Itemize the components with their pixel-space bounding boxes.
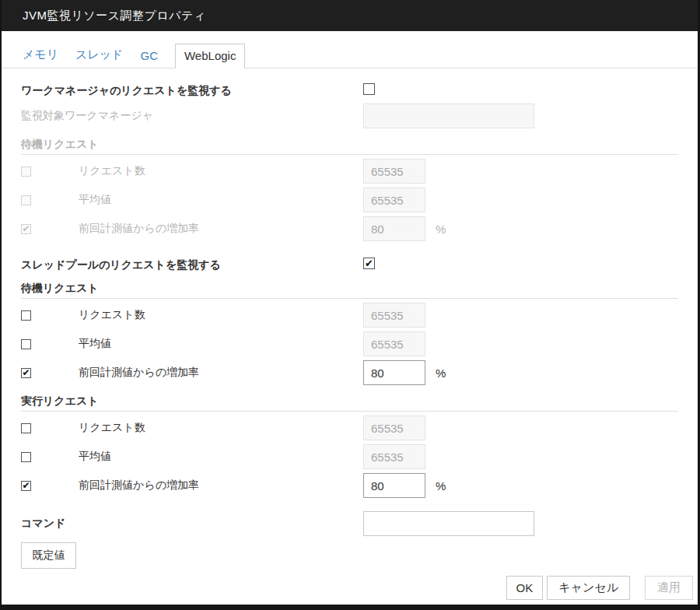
wm-wait-average-label: 平均値 bbox=[79, 193, 111, 207]
tp-exec-average-checkbox[interactable] bbox=[21, 452, 31, 462]
tp-wait-increase-rate-input[interactable] bbox=[363, 360, 425, 385]
work-manager-monitor-label: ワークマネージャのリクエストを監視する bbox=[21, 84, 363, 98]
tp-wait-average-checkbox[interactable] bbox=[21, 339, 31, 349]
tab-thread[interactable]: スレッド bbox=[75, 43, 123, 68]
tp-wait-request-count-checkbox[interactable] bbox=[21, 310, 31, 321]
tp-exec-increase-rate-label: 前回計測値からの増加率 bbox=[79, 479, 199, 493]
tab-gc[interactable]: GC bbox=[140, 44, 158, 68]
work-manager-monitor-checkbox[interactable] bbox=[363, 83, 375, 95]
tp-exec-average-input bbox=[363, 444, 425, 469]
command-label: コマンド bbox=[21, 517, 363, 531]
tp-wait-requests-header: 待機リクエスト bbox=[21, 282, 678, 299]
tp-exec-average-label: 平均値 bbox=[79, 450, 111, 464]
apply-button: 適用 bbox=[645, 576, 693, 600]
tp-exec-requests-header: 実行リクエスト bbox=[21, 394, 678, 412]
tp-wait-increase-rate-label: 前回計測値からの増加率 bbox=[79, 366, 199, 380]
tp-wait-average-label: 平均値 bbox=[79, 337, 111, 351]
default-values-button[interactable]: 既定値 bbox=[21, 542, 76, 569]
tp-wait-request-count-input bbox=[363, 303, 425, 328]
tp-exec-request-count-label: リクエスト数 bbox=[79, 421, 145, 435]
wm-wait-increase-rate-unit: % bbox=[436, 223, 446, 236]
wm-wait-increase-rate-checkbox bbox=[21, 224, 31, 234]
wm-wait-request-count-input bbox=[363, 159, 425, 184]
tp-exec-request-count-checkbox[interactable] bbox=[21, 423, 31, 433]
ok-button[interactable]: OK bbox=[506, 576, 544, 600]
tp-exec-request-count-input bbox=[363, 415, 425, 440]
tab-weblogic[interactable]: WebLogic bbox=[175, 44, 245, 68]
wm-wait-requests-header: 待機リクエスト bbox=[21, 138, 678, 155]
tab-memory[interactable]: メモリ bbox=[23, 43, 58, 68]
tab-bar: メモリ スレッド GC WebLogic bbox=[2, 43, 698, 68]
wm-wait-request-count-label: リクエスト数 bbox=[79, 164, 145, 178]
thread-pool-monitor-label: スレッドプールのリクエストを監視する bbox=[21, 258, 363, 272]
wm-wait-average-input bbox=[363, 188, 425, 212]
tp-wait-request-count-label: リクエスト数 bbox=[79, 308, 145, 322]
tp-exec-increase-rate-checkbox[interactable] bbox=[21, 481, 31, 491]
tp-exec-increase-rate-input[interactable] bbox=[363, 473, 425, 498]
target-work-manager-label: 監視対象ワークマネージャ bbox=[21, 109, 363, 123]
cancel-button[interactable]: キャンセル bbox=[547, 576, 630, 600]
tab-panel-weblogic: ワークマネージャのリクエストを監視する 監視対象ワークマネージャ 待機リクエスト… bbox=[2, 68, 698, 576]
wm-wait-increase-rate-input bbox=[363, 216, 425, 241]
dialog-title: JVM監視リソース調整プロパティ bbox=[2, 0, 698, 31]
target-work-manager-input bbox=[363, 103, 534, 128]
command-input[interactable] bbox=[363, 511, 534, 536]
wm-wait-request-count-checkbox bbox=[21, 167, 31, 177]
tp-exec-increase-rate-unit: % bbox=[436, 479, 446, 493]
wm-wait-increase-rate-label: 前回計測値からの増加率 bbox=[79, 222, 199, 236]
dialog-footer: OK キャンセル 適用 bbox=[2, 576, 698, 605]
tp-wait-increase-rate-checkbox[interactable] bbox=[21, 368, 31, 378]
thread-pool-monitor-checkbox[interactable] bbox=[363, 258, 375, 269]
wm-wait-average-checkbox bbox=[21, 195, 31, 205]
jvm-tuning-properties-dialog: JVM監視リソース調整プロパティ メモリ スレッド GC WebLogic ワー… bbox=[0, 0, 700, 610]
tp-wait-increase-rate-unit: % bbox=[436, 366, 446, 380]
tp-wait-average-input bbox=[363, 331, 425, 356]
